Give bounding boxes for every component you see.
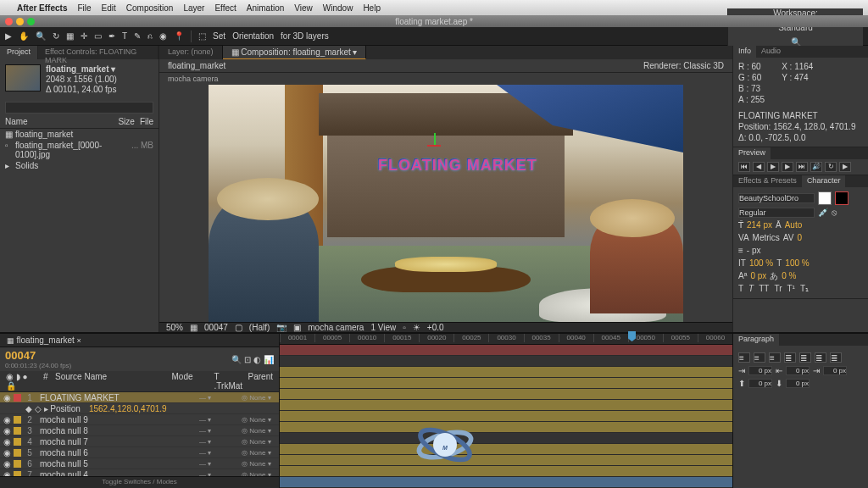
stroke-width[interactable]: - px xyxy=(747,245,761,256)
track-bar[interactable] xyxy=(280,378,732,389)
comp-viewport[interactable]: FLOATING MARKET xyxy=(159,85,732,322)
layer-row[interactable]: ◉6mocha null 5— ▾◎ None ▾ xyxy=(0,458,279,469)
justify-right-icon[interactable]: ≣ xyxy=(815,352,826,363)
stroke-swatch[interactable] xyxy=(835,191,849,205)
track-bar[interactable] xyxy=(280,477,732,488)
bold-icon[interactable]: T xyxy=(738,283,743,294)
track-bar[interactable] xyxy=(280,422,732,433)
toggle-icon[interactable]: ▣ xyxy=(293,323,301,332)
renderer-label[interactable]: Renderer: Classic 3D xyxy=(643,61,724,70)
track-bar[interactable] xyxy=(280,466,732,477)
track-bar[interactable] xyxy=(280,367,732,378)
align-left-icon[interactable]: ≡ xyxy=(738,352,750,363)
indent-left[interactable] xyxy=(748,366,772,375)
col-size[interactable]: Size xyxy=(118,117,134,126)
tab-preview[interactable]: Preview xyxy=(733,147,771,159)
resolution-select[interactable]: (Half) xyxy=(249,323,270,332)
layer-row[interactable]: ◉4mocha null 7— ▾◎ None ▾ xyxy=(0,436,279,447)
local-axis-icon[interactable]: ⬚ xyxy=(198,31,206,41)
tab-layer[interactable]: Layer: (none) xyxy=(159,46,223,59)
tab-project[interactable]: Project xyxy=(0,46,38,59)
menu-file[interactable]: File xyxy=(77,3,91,13)
shape-tool-icon[interactable]: ▭ xyxy=(94,31,102,41)
exposure-icon[interactable]: ☀ xyxy=(413,323,420,332)
blur-icon[interactable]: ◐ xyxy=(253,355,261,364)
zoom-select[interactable]: 50% xyxy=(166,323,183,332)
tracking-value[interactable]: 0 xyxy=(797,232,802,243)
align-right-icon[interactable]: ≡ xyxy=(769,352,781,363)
puppet-tool-icon[interactable]: 📍 xyxy=(174,31,184,41)
grid-icon[interactable]: ▢ xyxy=(235,323,242,332)
roto-tool-icon[interactable]: ◉ xyxy=(159,31,167,41)
layer-row[interactable]: ◉5mocha null 6— ▾◎ None ▾ xyxy=(0,447,279,458)
stamp-tool-icon[interactable]: ⎌ xyxy=(147,31,153,41)
brush-tool-icon[interactable]: ✎ xyxy=(134,31,141,41)
menu-edit[interactable]: Edit xyxy=(102,3,116,13)
active-camera[interactable]: mocha camera xyxy=(308,323,364,332)
last-frame-icon[interactable]: ⏭ xyxy=(796,162,808,172)
indent-first[interactable] xyxy=(786,366,810,375)
layer-row[interactable]: ◉2mocha null 9— ▾◎ None ▾ xyxy=(0,414,279,425)
menu-composition[interactable]: Composition xyxy=(126,3,174,13)
prev-frame-icon[interactable]: ◀ xyxy=(753,162,765,172)
space-before[interactable] xyxy=(748,379,772,388)
col-file[interactable]: File xyxy=(140,117,153,126)
tab-audio[interactable]: Audio xyxy=(756,46,786,58)
camera-icon[interactable]: 📷 xyxy=(276,323,287,332)
leading-value[interactable]: Auto xyxy=(785,219,803,230)
play-icon[interactable]: ▶ xyxy=(767,162,779,172)
track-bar[interactable] xyxy=(280,455,732,466)
project-item[interactable]: ▸Solids xyxy=(5,160,153,171)
text-tool-icon[interactable]: T xyxy=(122,31,127,41)
italic-icon[interactable]: T xyxy=(748,283,754,294)
tab-composition[interactable]: ▦ Composition: floating_market ▾ xyxy=(223,46,367,59)
justify-left-icon[interactable]: ≣ xyxy=(784,352,796,363)
project-item[interactable]: ▦floating_market xyxy=(5,129,153,140)
frame-number[interactable]: 00047 xyxy=(204,323,228,332)
menu-window[interactable]: Window xyxy=(323,3,353,13)
project-search-input[interactable] xyxy=(5,102,153,114)
menu-layer[interactable]: Layer xyxy=(183,3,204,13)
hand-tool-icon[interactable]: ✋ xyxy=(19,31,29,41)
next-frame-icon[interactable]: ▶ xyxy=(782,162,793,172)
tab-effect-controls[interactable]: Effect Controls: FLOATING MARK xyxy=(38,46,159,59)
3d-text-layer[interactable]: FLOATING MARKET xyxy=(378,157,537,175)
font-family-select[interactable] xyxy=(738,193,815,203)
timeline-tab[interactable]: ▦ floating_market × xyxy=(0,334,279,347)
font-size[interactable]: 214 px xyxy=(747,219,772,230)
pixel-icon[interactable]: ▫ xyxy=(403,323,406,332)
layer-row[interactable]: ◉3mocha null 8— ▾◎ None ▾ xyxy=(0,425,279,436)
menu-animation[interactable]: Animation xyxy=(247,3,284,13)
track-bar[interactable] xyxy=(280,411,732,422)
transform-gizmo-icon[interactable] xyxy=(429,140,441,152)
track-bar[interactable] xyxy=(280,400,732,411)
menu-help[interactable]: Help xyxy=(363,3,381,13)
anchor-tool-icon[interactable]: ✛ xyxy=(81,31,87,41)
tab-character[interactable]: Character xyxy=(802,175,846,187)
zoom-tool-icon[interactable]: 🔍 xyxy=(36,31,46,41)
layer-row[interactable]: ◉1FLOATING MARKET— ▾◎ None ▾ xyxy=(0,392,279,403)
camera-tool-icon[interactable]: ▦ xyxy=(66,31,74,41)
first-frame-icon[interactable]: ⏮ xyxy=(738,162,750,172)
app-name[interactable]: After Effects xyxy=(17,3,67,13)
menu-view[interactable]: View xyxy=(294,3,313,13)
align-center-icon[interactable]: ≡ xyxy=(754,352,765,363)
tab-paragraph[interactable]: Paragraph xyxy=(733,334,779,346)
track-bar[interactable] xyxy=(280,389,732,400)
layer-property[interactable]: ◆ ◇ ▸ Position1562.4,128.0,4701.9 xyxy=(0,403,279,414)
tab-info[interactable]: Info xyxy=(733,46,756,58)
selection-tool-icon[interactable]: ▶ xyxy=(5,31,12,41)
loop-icon[interactable]: ↻ xyxy=(825,162,837,172)
fill-swatch[interactable] xyxy=(818,191,832,205)
track-bar[interactable] xyxy=(280,356,732,367)
shy-icon[interactable]: ⊡ xyxy=(244,355,251,364)
layer-row[interactable]: ◉7mocha null 4— ▾◎ None ▾ xyxy=(0,469,279,476)
col-name[interactable]: Name xyxy=(5,117,118,126)
timeline-tracks[interactable] xyxy=(280,345,732,488)
minimize-icon[interactable] xyxy=(16,18,24,25)
ram-preview-icon[interactable]: ▶ xyxy=(839,162,851,172)
justify-center-icon[interactable]: ≣ xyxy=(799,352,811,363)
toggle-switches[interactable]: Toggle Switches / Modes xyxy=(0,476,279,488)
project-item[interactable]: ▫floating_market_[0000-0100].jpg... MB xyxy=(5,140,153,160)
breadcrumb[interactable]: floating_market xyxy=(168,61,225,70)
